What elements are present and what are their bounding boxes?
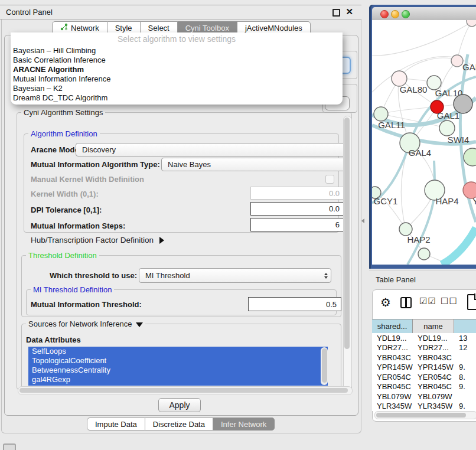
table-cell: 9. <box>454 363 476 371</box>
hub-definition-toggle[interactable]: Hub/Transcription Factor Definition <box>31 236 164 244</box>
column-header-shared-name[interactable]: shared... <box>372 319 413 333</box>
tab-impute-data-label: Impute Data <box>95 420 137 429</box>
tab-style-label: Style <box>115 24 132 32</box>
table-row[interactable]: YER054CYER054C8. <box>372 372 476 382</box>
aracne-mode-select[interactable]: Discovery <box>76 143 351 156</box>
table-cell: 12 <box>454 343 476 352</box>
table-cell: YDR27... <box>372 343 413 352</box>
tab-network-label: Network <box>71 24 99 32</box>
algorithm-placeholder-option[interactable]: Select algorithm to view settings <box>11 32 343 46</box>
network-node-swi4[interactable] <box>439 120 455 136</box>
table-panel-title: Table Panel <box>376 275 416 284</box>
aracne-mode-label: Aracne Mode: <box>31 145 81 154</box>
apply-button[interactable]: Apply <box>158 398 201 412</box>
attributes-scrollbar[interactable] <box>321 347 328 385</box>
data-attribute-item[interactable]: SelfLoops <box>28 347 328 356</box>
table-cell: YBL079W <box>413 392 454 401</box>
kernel-width-label: Kernel Width (0,1): <box>31 190 99 198</box>
network-window-titlebar[interactable] <box>372 7 476 21</box>
select-all-checkboxes-icon[interactable]: ☑☑ <box>419 296 436 306</box>
mi-type-select[interactable]: Naive Bayes <box>161 158 351 171</box>
mi-steps-value: 6 <box>335 220 340 229</box>
mi-threshold-label: Mutual Information Threshold: <box>31 300 142 309</box>
network-node-hap2[interactable] <box>399 223 412 236</box>
data-attributes-label: Data Attributes <box>26 335 81 344</box>
split-view-icon[interactable] <box>400 297 412 308</box>
mi-steps-field[interactable]: 6 <box>250 218 344 231</box>
table-row[interactable]: YBR045CYBR045C9. <box>372 382 476 392</box>
close-window-icon[interactable] <box>380 10 389 18</box>
data-attribute-item[interactable]: gal4RGexp <box>28 375 328 384</box>
minimize-window-icon[interactable] <box>391 10 399 18</box>
table-row[interactable]: YDL19...YDL19...13 <box>372 333 476 343</box>
kernel-width-value: 0.0 <box>329 189 340 198</box>
close-panel-icon[interactable]: ✕ <box>345 6 353 17</box>
network-canvas[interactable]: GALGAL80GAL10GAL1GAL11SWI4GAL4GCY1HAP4YH… <box>372 20 476 265</box>
table-cell: 13 <box>454 334 476 343</box>
algorithm-option[interactable]: ARACNE Algorithm <box>11 65 343 74</box>
sources-group-title[interactable]: Sources for Network Inference <box>26 319 145 328</box>
column-header-partial[interactable]: A <box>454 319 476 333</box>
data-attributes-list[interactable]: SelfLoopsTopologicalCoefficientBetweenne… <box>28 347 328 386</box>
node-label: HAP4 <box>435 196 458 206</box>
table-horizontal-scrollbar[interactable] <box>374 411 476 419</box>
table-body: YDL19...YDL19...13YDR27...YDR27...12YBR0… <box>372 333 476 411</box>
table-row[interactable]: YDR27...YDR27...12 <box>372 343 476 353</box>
node-label: SWI4 <box>448 135 470 145</box>
algorithm-option[interactable]: Mutual Information Inference <box>11 74 343 84</box>
node-label: GAL1 <box>437 110 459 120</box>
deselect-checkboxes-icon[interactable]: ☐☐ <box>441 296 458 306</box>
zoom-window-icon[interactable] <box>402 10 410 18</box>
table-row[interactable]: YBL079WYBL079W <box>372 392 476 402</box>
table-cell: YDL19... <box>372 334 413 343</box>
algorithm-option[interactable]: Bayesian – Hill Climbing <box>11 46 343 56</box>
table-cell: YDR27... <box>413 343 454 352</box>
table-cell: YBR043C <box>372 353 413 362</box>
node-label: GAL11 <box>378 120 405 130</box>
tab-infer-network-label: Infer Network <box>221 420 266 429</box>
which-threshold-select[interactable]: MI Threshold <box>139 268 331 283</box>
tab-infer-network[interactable]: Infer Network <box>213 418 275 431</box>
mi-steps-label: Mutual Information Steps: <box>31 221 125 230</box>
network-node[interactable] <box>467 20 476 27</box>
aracne-mode-value: Discovery <box>82 145 116 154</box>
data-attribute-item[interactable]: TopologicalCoefficient <box>28 356 328 366</box>
network-node-gal[interactable] <box>451 55 463 67</box>
network-node[interactable] <box>418 248 430 260</box>
table-row[interactable]: YBR043CYBR043C <box>372 353 476 363</box>
table-row[interactable]: YLR345WYLR345W9. <box>372 402 476 412</box>
mi-threshold-field[interactable]: 0.5 <box>248 297 341 311</box>
table-toolbar: ⚙ ☑☑ ☐☐ <box>372 294 476 317</box>
panel-splitter-arrow[interactable] <box>361 219 364 223</box>
tab-impute-data[interactable]: Impute Data <box>87 418 145 431</box>
application-root: Control Panel ✕ Network Style Select Cyn… <box>0 0 476 450</box>
table-cell: YLR345W <box>372 402 413 410</box>
control-panel-title: Control Panel <box>6 8 53 17</box>
which-threshold-label: Which threshold to use: <box>50 271 137 280</box>
manual-kernel-checkbox[interactable] <box>325 175 334 184</box>
table-row[interactable]: YPR145WYPR145W9. <box>372 363 476 373</box>
algorithm-option[interactable]: Bayesian – K2 <box>11 84 343 93</box>
mi-threshold-group-title: MI Threshold Definition <box>31 285 114 294</box>
settings-horizontal-scrollbar[interactable] <box>18 386 353 395</box>
dpi-tolerance-field[interactable]: 0.0 <box>250 202 344 216</box>
tab-discretize-data[interactable]: Discretize Data <box>145 418 213 431</box>
algorithm-option[interactable]: Basic Correlation Inference <box>11 56 343 65</box>
gear-icon[interactable]: ⚙ <box>380 295 391 309</box>
table-cell: 9. <box>454 382 476 391</box>
cyni-algorithm-settings-title: Cyni Algorithm Settings <box>21 108 105 117</box>
manual-kernel-label: Manual Kernel Width Definition <box>31 175 144 184</box>
file-icon[interactable] <box>467 294 476 310</box>
settings-vertical-scrollbar[interactable] <box>343 116 352 390</box>
algorithm-option[interactable]: Dream8 DC_TDC Algorithm <box>11 93 343 103</box>
minimized-panel-icon[interactable] <box>3 444 16 450</box>
float-window-icon[interactable] <box>332 9 340 17</box>
network-node-gal11[interactable] <box>374 107 388 121</box>
data-attribute-item[interactable]: BetweennessCentrality <box>28 366 328 375</box>
algorithm-dropdown-popup: Select algorithm to view settings Bayesi… <box>11 32 343 105</box>
node-label: GAL <box>462 62 476 72</box>
network-node[interactable] <box>454 94 472 113</box>
table-cell: YPR145W <box>413 363 454 371</box>
network-node[interactable] <box>464 148 476 166</box>
column-header-name[interactable]: name <box>413 319 454 333</box>
